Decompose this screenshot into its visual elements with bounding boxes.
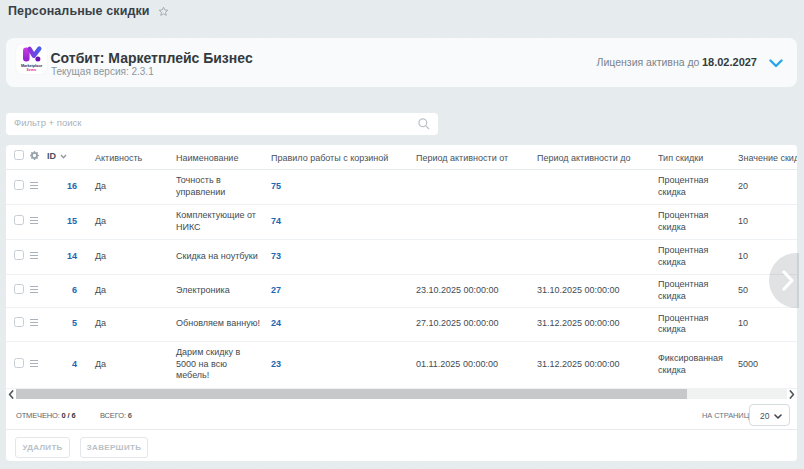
svg-text:Бизнес: Бизнес xyxy=(27,68,37,72)
svg-text:Marketplace: Marketplace xyxy=(21,64,42,68)
